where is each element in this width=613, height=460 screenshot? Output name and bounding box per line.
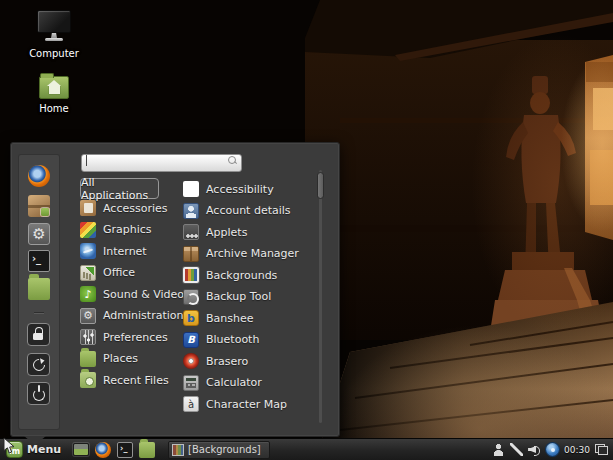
- search-box: [81, 152, 242, 170]
- app-item-backgrounds[interactable]: Backgrounds: [183, 265, 321, 286]
- brasero-icon: [183, 353, 199, 369]
- app-item-archive-manager[interactable]: Archive Manager: [183, 243, 321, 264]
- clock[interactable]: 00:30: [564, 445, 590, 455]
- scrollbar-track[interactable]: [319, 170, 322, 423]
- internet-icon: [80, 243, 96, 259]
- administration-icon: [80, 308, 96, 324]
- logout-icon: [28, 354, 49, 375]
- category-label: Internet: [103, 245, 147, 258]
- pen-icon[interactable]: [510, 443, 523, 456]
- launcher-files[interactable]: [138, 441, 156, 459]
- desktop-icon-label: Computer: [18, 48, 90, 59]
- terminal-icon: [117, 442, 133, 458]
- category-label: Accessories: [103, 202, 167, 215]
- backgrounds-window-icon: [172, 444, 184, 456]
- search-input[interactable]: [81, 154, 242, 172]
- app-label: Bluetooth: [206, 333, 259, 346]
- banshee-icon: [183, 310, 199, 326]
- launcher-firefox[interactable]: [94, 441, 112, 459]
- app-label: Accessibility: [206, 183, 274, 196]
- app-label: Archive Manager: [206, 247, 299, 260]
- menu-pointer-arrow: [24, 436, 46, 445]
- favorite-system-settings[interactable]: [28, 223, 50, 245]
- favorite-firefox[interactable]: [28, 165, 50, 187]
- launcher-show-desktop[interactable]: [72, 441, 90, 459]
- favorite-software-manager[interactable]: [28, 195, 50, 217]
- app-label: Character Map: [206, 398, 287, 411]
- app-label: Applets: [206, 226, 247, 239]
- window-list: [Backgrounds]: [156, 441, 270, 459]
- volume-icon[interactable]: [528, 443, 541, 456]
- scrollbar-thumb[interactable]: [317, 172, 324, 199]
- shutdown-icon: [28, 383, 49, 404]
- graphics-icon: [80, 222, 96, 238]
- files-icon: [139, 442, 155, 458]
- category-item-sound-video[interactable]: Sound & Video: [80, 284, 180, 305]
- taskbar: Menu [Backgrounds] 00:30: [0, 438, 613, 460]
- backup-tool-icon: [183, 289, 199, 305]
- category-item-office[interactable]: Office: [80, 262, 180, 283]
- favorite-files[interactable]: [28, 278, 50, 300]
- backgrounds-icon: [183, 267, 199, 283]
- applets-icon: [183, 224, 199, 240]
- app-item-character-map[interactable]: Character Map: [183, 394, 321, 415]
- system-tray: 00:30: [492, 443, 610, 456]
- category-label: Administration: [103, 309, 184, 322]
- app-label: Brasero: [206, 355, 248, 368]
- category-label: Sound & Video: [103, 288, 184, 301]
- category-all-applications[interactable]: All Applications: [80, 178, 159, 199]
- window-button-label: [Backgrounds]: [188, 444, 261, 455]
- category-item-internet[interactable]: Internet: [80, 241, 180, 262]
- taskbar-launchers: [72, 441, 156, 459]
- app-item-banshee[interactable]: Banshee: [183, 308, 321, 329]
- desktop-icon-home[interactable]: Home: [18, 72, 90, 114]
- app-item-calculator[interactable]: Calculator: [183, 372, 321, 393]
- desktop-icon-computer[interactable]: Computer: [18, 10, 90, 59]
- app-label: Calculator: [206, 376, 262, 389]
- category-item-accessories[interactable]: Accessories: [80, 198, 180, 219]
- app-item-bluetooth[interactable]: Bluetooth: [183, 329, 321, 350]
- office-icon: [80, 265, 96, 281]
- app-item-applets[interactable]: Applets: [183, 222, 321, 243]
- app-item-account-details[interactable]: Account details: [183, 200, 321, 221]
- lock-screen-button[interactable]: [27, 323, 50, 346]
- calculator-icon: [183, 375, 199, 391]
- software-manager-icon: [28, 195, 50, 217]
- system-settings-icon: [28, 223, 50, 245]
- app-item-brasero[interactable]: Brasero: [183, 351, 321, 372]
- app-label: Backup Tool: [206, 290, 271, 303]
- menu-favorites-sidebar: [18, 154, 60, 430]
- app-label: Account details: [206, 204, 291, 217]
- window-button-backgrounds[interactable]: [Backgrounds]: [168, 441, 270, 459]
- sidebar-separator: [34, 312, 44, 313]
- desktop: Computer Home All Applications Accessori…: [0, 0, 613, 460]
- launcher-terminal[interactable]: [116, 441, 134, 459]
- account-details-icon: [183, 203, 199, 219]
- sound-video-icon: [80, 286, 96, 302]
- update-shield-icon[interactable]: [546, 443, 559, 456]
- category-item-administration[interactable]: Administration: [80, 305, 180, 326]
- category-item-preferences[interactable]: Preferences: [80, 327, 180, 348]
- show-desktop-icon: [73, 443, 89, 456]
- desktop-icon-label: Home: [18, 103, 90, 114]
- recent-files-icon: [80, 372, 96, 388]
- category-label: Office: [103, 266, 135, 279]
- logout-button[interactable]: [27, 353, 50, 376]
- category-label: Preferences: [103, 331, 168, 344]
- favorite-terminal[interactable]: [28, 250, 50, 272]
- user-icon[interactable]: [492, 443, 505, 456]
- app-item-accessibility[interactable]: Accessibility: [183, 179, 321, 200]
- workspaces-icon[interactable]: [595, 444, 608, 455]
- shutdown-button[interactable]: [27, 382, 50, 405]
- places-icon: [80, 351, 96, 367]
- category-item-graphics[interactable]: Graphics: [80, 219, 180, 240]
- accessories-icon: [80, 200, 96, 216]
- home-folder-icon: [39, 76, 69, 99]
- files-icon: [28, 278, 50, 300]
- category-item-places[interactable]: Places: [80, 348, 180, 369]
- accessibility-icon: [183, 181, 199, 197]
- category-item-recent-files[interactable]: Recent Files: [80, 370, 180, 391]
- bluetooth-icon: [183, 332, 199, 348]
- firefox-icon: [95, 442, 111, 458]
- app-item-backup-tool[interactable]: Backup Tool: [183, 286, 321, 307]
